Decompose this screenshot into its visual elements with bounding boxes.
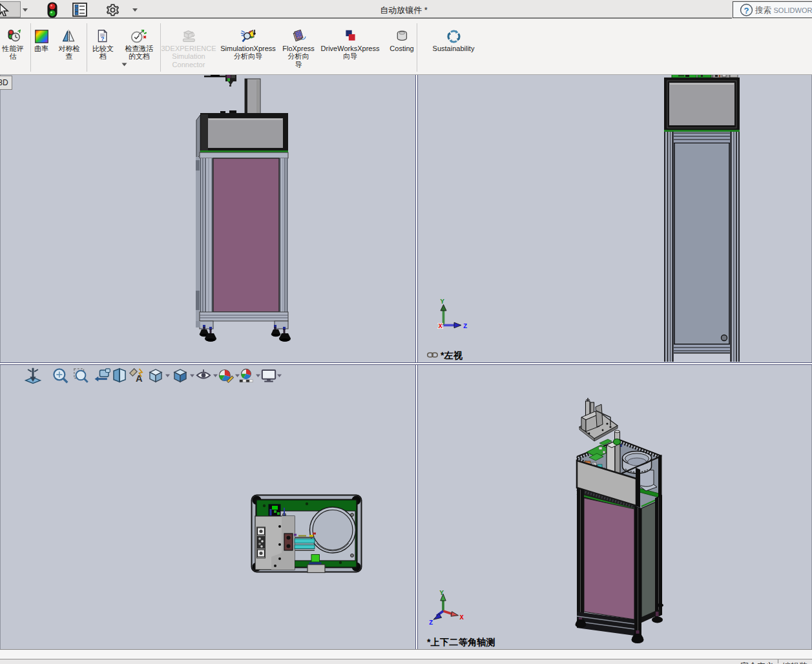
svg-text:Y: Y xyxy=(441,298,445,306)
svg-text:?: ? xyxy=(101,35,105,42)
svg-text:Z: Z xyxy=(463,322,467,330)
svg-text:X: X xyxy=(439,322,443,330)
svg-text:X: X xyxy=(460,614,464,621)
svg-text:Z: Z xyxy=(429,619,433,627)
svg-text:A: A xyxy=(136,373,143,384)
svg-text:?: ? xyxy=(744,6,749,16)
